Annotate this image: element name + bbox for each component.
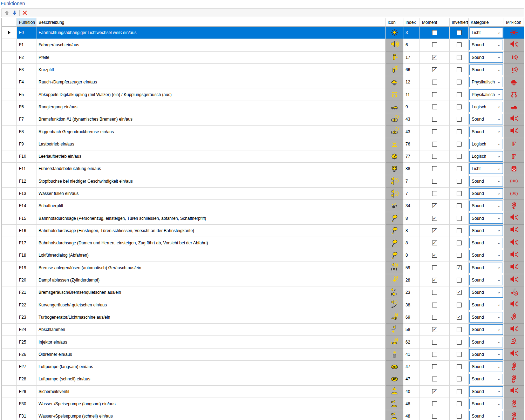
beschreibung-cell[interactable]: Abkuppeln Digitalkuppling (mit Walzer) (… — [36, 88, 386, 101]
moment-checkbox[interactable] — [432, 303, 437, 307]
row-header-cell[interactable] — [2, 373, 17, 385]
kategorie-dropdown[interactable]: Physikalisch ⌄ — [469, 77, 503, 87]
invertiert-checkbox[interactable] — [457, 315, 462, 320]
invertiert-checkbox[interactable] — [457, 401, 462, 406]
table-row-f24[interactable]: F24 Abschlammen 58 Sound ⌄ — [2, 324, 524, 336]
table-row-f17[interactable]: F17 Bahnhofsdurchsage (Damen und Herren,… — [2, 237, 524, 249]
kategorie-dropdown[interactable]: Sound ⌄ — [469, 238, 503, 248]
moment-checkbox[interactable] — [432, 203, 437, 208]
moment-checkbox[interactable] — [432, 414, 437, 419]
row-header-cell[interactable] — [2, 113, 17, 126]
index-cell[interactable]: 58 — [403, 324, 420, 336]
move-up-button[interactable] — [3, 9, 11, 16]
index-cell[interactable]: 11 — [403, 88, 420, 101]
row-header-cell[interactable] — [2, 324, 17, 336]
beschreibung-cell[interactable]: Wasser-/Speisepumpe (schnell) ein/aus — [36, 410, 386, 420]
invertiert-checkbox[interactable] — [457, 129, 462, 134]
table-row-f20[interactable]: F20 Dampf ablassen (Zylinderdampf) 28 So… — [2, 274, 524, 286]
funktion-cell[interactable]: F9 — [17, 138, 36, 150]
row-header-cell[interactable] — [2, 237, 17, 249]
beschreibung-cell[interactable]: Lokführerdialog (Abfahren) — [36, 249, 386, 262]
funktion-cell[interactable]: F8 — [17, 126, 36, 138]
funktion-cell[interactable]: F14 — [17, 200, 36, 212]
funktion-cell[interactable]: F27 — [17, 361, 36, 373]
invertiert-checkbox[interactable] — [457, 117, 462, 122]
table-row-f5[interactable]: F5 Abkuppeln Digitalkuppling (mit Walzer… — [2, 88, 524, 101]
funktion-cell[interactable]: F24 — [17, 324, 36, 336]
kategorie-dropdown[interactable]: Sound ⌄ — [469, 250, 503, 260]
kategorie-dropdown[interactable]: Sound ⌄ — [469, 40, 503, 50]
beschreibung-cell[interactable]: Riggenbach Gegendruckbremse ein/aus — [36, 126, 386, 138]
invertiert-checkbox[interactable] — [457, 352, 462, 357]
invertiert-checkbox[interactable] — [457, 327, 462, 332]
row-header-cell[interactable] — [2, 410, 17, 420]
index-cell[interactable]: 69 — [403, 311, 420, 324]
beschreibung-cell[interactable]: Stopfbuchse bei niedriger Geschwindigkei… — [36, 175, 386, 188]
table-row-f23[interactable]: F23 Turbogenerator/Lichtmaschine aus/ein… — [2, 311, 524, 324]
index-cell[interactable]: 41 — [403, 348, 420, 361]
index-cell[interactable]: 43 — [403, 126, 420, 138]
invertiert-checkbox[interactable] — [457, 253, 462, 258]
kategorie-dropdown[interactable]: Licht ⌄ — [469, 27, 503, 38]
kategorie-dropdown[interactable]: Sound ⌄ — [469, 312, 503, 323]
row-header-cell[interactable] — [2, 299, 17, 311]
moment-checkbox[interactable] — [432, 278, 437, 283]
invertiert-checkbox[interactable] — [457, 364, 462, 369]
beschreibung-cell[interactable]: Bahnhofsdurchsage (Personenzug, einsteig… — [36, 212, 386, 224]
row-header-cell[interactable] — [2, 212, 17, 224]
index-cell[interactable]: 88 — [403, 163, 420, 175]
kategorie-dropdown[interactable]: Sound ⌄ — [469, 349, 503, 360]
row-header-cell[interactable] — [2, 262, 17, 274]
invertiert-checkbox[interactable] — [457, 228, 462, 233]
funktion-cell[interactable]: F16 — [17, 225, 36, 237]
funktion-cell[interactable]: F7 — [17, 113, 36, 126]
table-row-f8[interactable]: F8 Riggenbach Gegendruckbremse ein/aus 4… — [2, 126, 524, 138]
row-header-cell[interactable] — [2, 249, 17, 262]
kategorie-dropdown[interactable]: Sound ⌄ — [469, 52, 503, 63]
row-header-cell[interactable] — [2, 76, 17, 88]
funktion-cell[interactable]: F25 — [17, 336, 36, 348]
index-cell[interactable]: 59 — [403, 262, 420, 274]
index-cell[interactable]: 47 — [403, 361, 420, 373]
beschreibung-cell[interactable]: Rangiergang ein/aus — [36, 101, 386, 113]
funktion-cell[interactable]: F12 — [17, 175, 36, 188]
invertiert-checkbox[interactable] — [457, 92, 462, 97]
moment-checkbox[interactable] — [432, 315, 437, 320]
index-cell[interactable]: 47 — [403, 373, 420, 385]
kategorie-dropdown[interactable]: Sound ⌄ — [469, 225, 503, 236]
row-header-cell[interactable] — [2, 64, 17, 76]
index-cell[interactable]: 34 — [403, 200, 420, 212]
funktion-cell[interactable]: F21 — [17, 286, 36, 299]
invertiert-checkbox[interactable] — [457, 142, 462, 147]
invertiert-checkbox[interactable] — [457, 303, 462, 307]
beschreibung-cell[interactable]: Dampf ablassen (Zylinderdampf) — [36, 274, 386, 286]
table-row-f1[interactable]: F1 Fahrgeräusch ein/aus 6 Sound ⌄ — [2, 39, 524, 51]
index-cell[interactable]: 6 — [403, 39, 420, 51]
table-row-f22[interactable]: F22 Kurvengeräusch/-quietschen ein/aus 3… — [2, 299, 524, 311]
beschreibung-cell[interactable]: Schaffnerpfiff — [36, 200, 386, 212]
funktion-cell[interactable]: F2 — [17, 52, 36, 64]
column-header-icon[interactable]: Icon — [386, 18, 403, 27]
index-cell[interactable]: 48 — [403, 410, 420, 420]
moment-checkbox[interactable] — [432, 265, 437, 270]
kategorie-dropdown[interactable]: Physikalisch ⌄ — [469, 89, 503, 100]
kategorie-dropdown[interactable]: Sound ⌄ — [469, 399, 503, 409]
moment-checkbox[interactable] — [432, 389, 437, 394]
kategorie-dropdown[interactable]: Sound ⌄ — [469, 411, 503, 420]
index-cell[interactable]: 43 — [403, 113, 420, 126]
invertiert-checkbox[interactable] — [457, 340, 462, 345]
beschreibung-cell[interactable]: Bahnhofsdurchsage (Einsteigen, Türen sch… — [36, 225, 386, 237]
funktion-cell[interactable]: F18 — [17, 249, 36, 262]
index-cell[interactable]: 77 — [403, 150, 420, 163]
funktion-cell[interactable]: F20 — [17, 274, 36, 286]
beschreibung-cell[interactable]: Kurzpfiff — [36, 64, 386, 76]
beschreibung-cell[interactable]: Abschlammen — [36, 324, 386, 336]
funktion-cell[interactable]: F30 — [17, 398, 36, 410]
beschreibung-cell[interactable]: Leerlaufbetrieb ein/aus — [36, 150, 386, 163]
invertiert-checkbox[interactable] — [457, 389, 462, 394]
moment-checkbox[interactable] — [432, 340, 437, 345]
invertiert-checkbox[interactable] — [457, 104, 462, 109]
index-cell[interactable]: 8 — [403, 249, 420, 262]
kategorie-dropdown[interactable]: Sound ⌄ — [469, 300, 503, 310]
index-cell[interactable]: 28 — [403, 274, 420, 286]
